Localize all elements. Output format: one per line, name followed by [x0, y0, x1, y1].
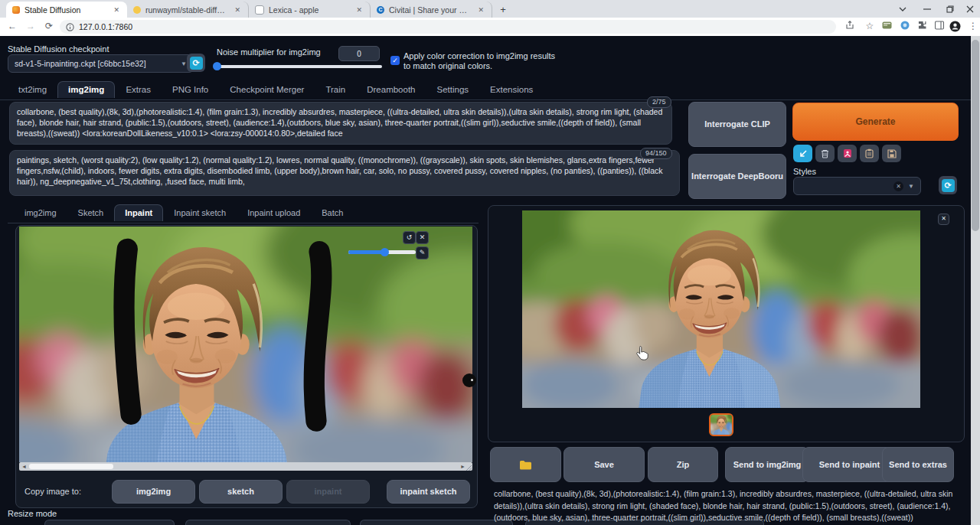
extension-wallet-icon[interactable] — [882, 21, 894, 30]
noise-value-input[interactable] — [338, 46, 380, 61]
prompt-textarea[interactable]: collarbone, (best quality),(8k, 3d),(pho… — [9, 102, 672, 145]
huggingface-favicon — [133, 6, 141, 14]
resize-mode-option[interactable] — [185, 520, 351, 525]
negative-prompt-textarea[interactable]: paintings, sketch, (worst quality:2), (l… — [9, 150, 680, 196]
resize-mode-option[interactable] — [44, 520, 175, 525]
resize-mode-label: Resize mode — [8, 509, 57, 518]
canvas-hscrollbar-thumb[interactable] — [29, 464, 113, 469]
copy-to-inpaint-button[interactable]: inpaint — [286, 480, 370, 504]
browser-tab-lexica[interactable]: Lexica - apple ✕ — [249, 2, 371, 18]
window-chevron-icon[interactable] — [899, 0, 906, 18]
tab-extras[interactable]: Extras — [115, 81, 162, 98]
styles-clear-icon[interactable]: ✕ — [893, 181, 903, 191]
browser-tab-civitai[interactable]: C Civitai | Share your models ✕ — [371, 2, 492, 18]
browser-tab-stable-diffusion[interactable]: Stable Diffusion ✕ — [6, 2, 127, 18]
subtab-inpaint-upload[interactable]: Inpaint upload — [237, 204, 311, 221]
save-style-button[interactable] — [882, 145, 901, 162]
brush-color-button[interactable]: ✎ — [416, 246, 429, 259]
clear-prompt-button[interactable] — [815, 145, 835, 162]
scroll-left-arrow[interactable]: ◄ — [21, 464, 27, 470]
styles-select[interactable]: ✕ ▼ — [793, 177, 921, 195]
new-tab-button[interactable]: + — [497, 4, 509, 16]
tab-checkpoint-merger[interactable]: Checkpoint Merger — [219, 81, 315, 98]
tab-img2img[interactable]: img2img — [57, 81, 115, 98]
img2img-mode-tab-bar: img2img Sketch Inpaint Inpaint sketch In… — [14, 204, 354, 221]
extension-blue-icon[interactable] — [900, 21, 913, 30]
interrogate-clip-button[interactable]: Interrogate CLIP — [688, 102, 786, 147]
profile-avatar[interactable] — [949, 21, 962, 32]
checkpoint-label: Stable Diffusion checkpoint — [8, 44, 109, 54]
close-result-button[interactable]: ✕ — [938, 214, 949, 225]
address-bar[interactable]: 127.0.0.1:7860 — [60, 20, 836, 34]
browser-tab-label: runwayml/stable-diffusion-inpai — [145, 5, 228, 15]
window-restore-button[interactable] — [946, 0, 954, 18]
tab-extensions[interactable]: Extensions — [479, 81, 544, 98]
copy-to-sketch-button[interactable]: sketch — [199, 480, 283, 504]
tab-settings[interactable]: Settings — [426, 81, 480, 98]
send-to-extras-button[interactable]: Send to extras — [882, 447, 954, 482]
brush-preview-highlight — [471, 379, 473, 381]
styles-refresh-button[interactable]: ⟳ — [939, 176, 957, 194]
lexica-favicon — [255, 5, 264, 15]
forward-button[interactable]: → — [24, 21, 37, 31]
browser-menu-icon[interactable]: ⋮ — [967, 21, 979, 31]
send-to-img2img-button[interactable]: Send to img2img — [725, 447, 809, 482]
tab-txt2img[interactable]: txt2img — [8, 81, 57, 98]
back-button[interactable]: ← — [6, 21, 18, 31]
site-info-icon[interactable] — [66, 23, 74, 31]
tab-png-info[interactable]: PNG Info — [162, 81, 219, 98]
screen: Stable Diffusion ✕ runwayml/stable-diffu… — [0, 0, 980, 525]
browser-tab-label: Stable Diffusion — [24, 5, 107, 15]
resize-corner-handle[interactable] — [466, 465, 472, 471]
noise-slider-handle[interactable] — [213, 62, 221, 70]
subtab-sketch[interactable]: Sketch — [67, 204, 115, 221]
copy-to-img2img-button[interactable]: img2img — [112, 480, 195, 504]
stable-diffusion-favicon — [12, 6, 20, 14]
side-panel-icon[interactable] — [935, 21, 947, 30]
open-folder-button[interactable] — [490, 447, 561, 482]
inpaint-canvas[interactable] — [19, 227, 472, 462]
apply-style-button[interactable] — [860, 145, 879, 162]
undo-brush-button[interactable]: ↺ — [403, 231, 416, 244]
bookmark-star-icon[interactable]: ☆ — [864, 21, 876, 31]
tab-dreambooth[interactable]: Dreambooth — [356, 81, 426, 98]
save-button[interactable]: Save — [564, 447, 645, 482]
subtab-inpaint[interactable]: Inpaint — [114, 204, 163, 221]
copy-to-inpaint-sketch-button[interactable]: inpaint sketch — [387, 480, 470, 504]
subtab-inpaint-sketch[interactable]: Inpaint sketch — [163, 204, 237, 221]
tab-close-icon[interactable]: ✕ — [233, 6, 242, 14]
result-thumbnail[interactable] — [709, 413, 733, 436]
result-image[interactable] — [522, 210, 920, 408]
window-close-button[interactable] — [966, 0, 974, 18]
brush-size-handle[interactable] — [381, 248, 389, 256]
page-scrollbar-thumb[interactable] — [972, 40, 979, 231]
floppy-save-icon — [887, 149, 897, 158]
tab-close-icon[interactable]: ✕ — [476, 6, 485, 14]
extensions-puzzle-icon[interactable] — [918, 21, 930, 30]
checkpoint-refresh-button[interactable]: ⟳ — [187, 54, 205, 72]
reload-button[interactable]: ⟳ — [43, 21, 55, 31]
generate-button[interactable]: Generate — [792, 103, 959, 141]
zip-button[interactable]: Zip — [648, 447, 718, 482]
noise-slider-track[interactable] — [215, 65, 382, 68]
subtab-batch[interactable]: Batch — [311, 204, 354, 221]
resize-mode-option[interactable] — [360, 520, 513, 525]
browser-tabstrip: Stable Diffusion ✕ runwayml/stable-diffu… — [0, 0, 980, 18]
subtab-img2img[interactable]: img2img — [14, 204, 67, 221]
extra-networks-button[interactable] — [838, 145, 857, 162]
main-tab-bar: txt2img img2img Extras PNG Info Checkpoi… — [8, 81, 544, 98]
tab-train[interactable]: Train — [315, 81, 356, 98]
tab-close-icon[interactable]: ✕ — [354, 6, 364, 14]
clear-image-button[interactable]: ✕ — [416, 231, 429, 244]
checkpoint-select[interactable]: sd-v1-5-inpainting.ckpt [c6bbc15e32] ▼ — [8, 54, 194, 73]
browser-tab-label: Civitai | Share your models — [389, 5, 472, 15]
window-minimize-button[interactable] — [923, 0, 931, 18]
color-correction-checkbox[interactable]: ✓ — [390, 56, 400, 65]
interrogate-deepbooru-button[interactable]: Interrogate DeepBooru — [688, 154, 786, 199]
tab-close-icon[interactable]: ✕ — [112, 6, 121, 14]
refresh-icon: ⟳ — [190, 57, 203, 70]
share-icon[interactable] — [845, 21, 858, 30]
scroll-right-arrow[interactable]: ► — [460, 464, 466, 470]
browser-tab-runwayml[interactable]: runwayml/stable-diffusion-inpai ✕ — [127, 2, 249, 18]
paste-params-button[interactable] — [793, 145, 812, 162]
